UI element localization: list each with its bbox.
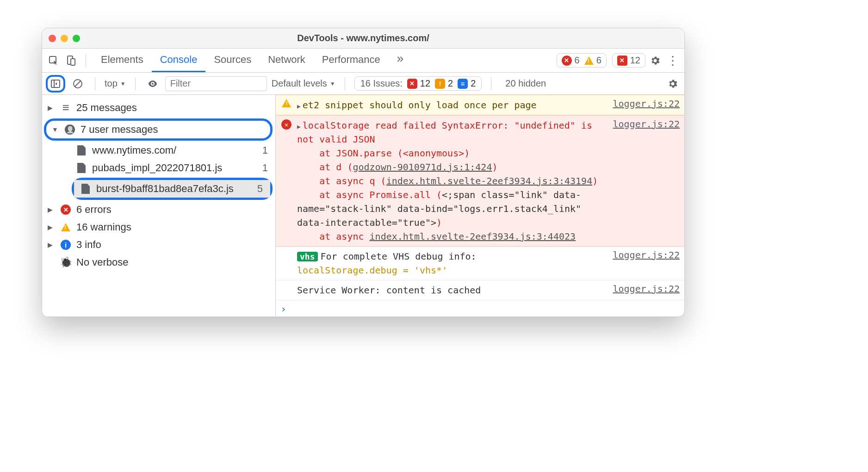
log-source-link[interactable]: logger.js:22 (608, 98, 680, 109)
issues-pill[interactable]: 16 Issues: 12 2 2 (354, 76, 482, 91)
caret-right-icon: ▶ (48, 104, 55, 112)
warning-icon (282, 99, 291, 107)
sidebar-verbose[interactable]: No verbose (42, 254, 275, 271)
log-source-link[interactable]: logger.js:22 (608, 283, 680, 294)
svg-rect-2 (71, 59, 75, 65)
stack-line: at async (319, 231, 369, 242)
bug-icon (60, 256, 72, 268)
log-levels-label: Default levels (272, 78, 327, 89)
file-name: burst-f9baff81bad8ea7efa3c.js (96, 183, 234, 195)
sidebar-messages[interactable]: ▶ 25 messages (42, 98, 275, 118)
sidebar-warnings-label: 16 warnings (76, 221, 131, 233)
separator (86, 54, 86, 67)
sidebar-toggle-highlight (46, 75, 65, 93)
file-count: 1 (262, 144, 271, 156)
tab-network[interactable]: Network (260, 49, 314, 72)
stack-link[interactable]: index.html.svelte-2eef3934.js:3:43194 (386, 175, 593, 186)
warning-icon (61, 223, 70, 231)
main-tabstrip: Elements Console Sources Network Perform… (42, 49, 684, 73)
log-text: et2 snippet should only load once per pa… (303, 99, 537, 111)
sidebar-verbose-label: No verbose (76, 256, 129, 268)
chevron-down-icon: ▼ (330, 81, 335, 87)
caret-right-icon: ▶ (48, 241, 55, 248)
close-error-count: 12 (630, 55, 640, 66)
traffic-lights (49, 35, 80, 42)
warning-count: 6 (596, 55, 601, 66)
error-square-icon (617, 56, 627, 66)
inspect-icon[interactable] (46, 53, 62, 68)
caret-down-icon: ▼ (52, 126, 59, 133)
list-icon (60, 100, 72, 115)
file-name: pubads_impl_2022071801.js (92, 162, 222, 174)
file-name: www.nytimes.com/ (92, 144, 176, 156)
console-sidebar: ▶ 25 messages ▼ 7 user messages www.nyti… (42, 95, 276, 317)
caret-right-icon: ▶ (48, 224, 55, 231)
error-warning-pill[interactable]: 6 6 (557, 53, 607, 68)
stack-link[interactable]: godzown-9010971d.js:1:424 (353, 161, 492, 173)
sidebar-file-item[interactable]: pubads_impl_2022071801.js 1 (70, 159, 275, 177)
console-prompt[interactable]: › (276, 300, 684, 317)
sidebar-info[interactable]: ▶ 3 info (42, 236, 275, 254)
stack-line: at d ( (319, 161, 353, 173)
issue-info-count: 2 (471, 78, 476, 89)
file-icon (77, 163, 86, 173)
tab-console[interactable]: Console (152, 49, 206, 72)
issue-warn-icon (435, 79, 445, 89)
console-log-pane: ▶et2 snippet should only load once per p… (276, 95, 684, 317)
log-entry-info[interactable]: vhsFor complete VHS debug info: localSto… (276, 247, 684, 280)
console-settings-icon[interactable] (665, 76, 681, 92)
kebab-menu-icon[interactable]: ⋮ (665, 53, 681, 68)
log-entry-error[interactable]: ▶localStorage read failed SyntaxError: "… (276, 115, 684, 247)
sidebar-errors-label: 6 errors (76, 204, 112, 216)
live-expression-icon[interactable] (145, 76, 161, 92)
stack-link[interactable]: index.html.svelte-2eef3934.js:3:44023 (370, 231, 576, 242)
sidebar-file-item-selected[interactable]: burst-f9baff81bad8ea7efa3c.js 5 (74, 180, 270, 198)
log-source-link[interactable]: logger.js:22 (608, 249, 680, 261)
separator (345, 77, 345, 90)
context-label: top (105, 78, 118, 89)
user-icon (65, 124, 75, 135)
window-zoom-icon[interactable] (73, 35, 80, 42)
context-selector[interactable]: top ▼ (105, 78, 126, 89)
vhs-tag: vhs (297, 252, 318, 261)
error-icon (281, 119, 291, 130)
close-error-pill[interactable]: 12 (612, 53, 645, 68)
issue-info-icon (458, 79, 468, 89)
log-code: localStorage.debug = 'vhs*' (297, 265, 447, 276)
expand-icon[interactable]: ▶ (297, 103, 301, 110)
filter-input[interactable] (165, 76, 267, 91)
log-levels-selector[interactable]: Default levels ▼ (272, 78, 335, 89)
log-error-head: localStorage read failed SyntaxError: "u… (297, 120, 592, 145)
more-tabs-icon[interactable]: » (391, 51, 410, 66)
hidden-count[interactable]: 20 hidden (501, 78, 551, 89)
sidebar-messages-label: 25 messages (76, 102, 137, 114)
log-entry-info[interactable]: Service Worker: content is cached logger… (276, 280, 684, 300)
sidebar-info-label: 3 info (76, 239, 101, 251)
sidebar-file-item[interactable]: www.nytimes.com/ 1 (70, 142, 275, 159)
tab-sources[interactable]: Sources (205, 49, 260, 72)
caret-right-icon: ▶ (48, 206, 55, 213)
error-icon (61, 205, 71, 215)
sidebar-toggle-icon[interactable] (50, 78, 62, 90)
issue-error-icon (407, 79, 417, 89)
log-source-link[interactable]: logger.js:22 (608, 118, 680, 130)
expand-icon[interactable]: ▶ (297, 123, 301, 130)
chevron-down-icon: ▼ (120, 81, 126, 87)
sidebar-user-messages[interactable]: ▼ 7 user messages (46, 121, 270, 138)
issue-error-count: 12 (420, 78, 430, 89)
sidebar-warnings[interactable]: ▶ 16 warnings (42, 218, 275, 236)
log-entry-warning[interactable]: ▶et2 snippet should only load once per p… (276, 95, 684, 115)
window-titlebar: DevTools - www.nytimes.com/ (42, 28, 684, 49)
device-toggle-icon[interactable] (63, 53, 79, 68)
stack-line: at async q ( (319, 175, 386, 186)
window-close-icon[interactable] (49, 35, 56, 42)
sidebar-errors[interactable]: ▶ 6 errors (42, 201, 275, 218)
settings-icon[interactable] (647, 53, 663, 68)
window-minimize-icon[interactable] (61, 35, 68, 42)
tab-elements[interactable]: Elements (93, 49, 152, 72)
file-icon (77, 145, 86, 155)
clear-console-icon[interactable] (70, 76, 86, 92)
devtools-window: DevTools - www.nytimes.com/ Elements Con… (42, 28, 685, 317)
tab-performance[interactable]: Performance (314, 49, 389, 72)
user-messages-highlight: ▼ 7 user messages (44, 118, 273, 141)
